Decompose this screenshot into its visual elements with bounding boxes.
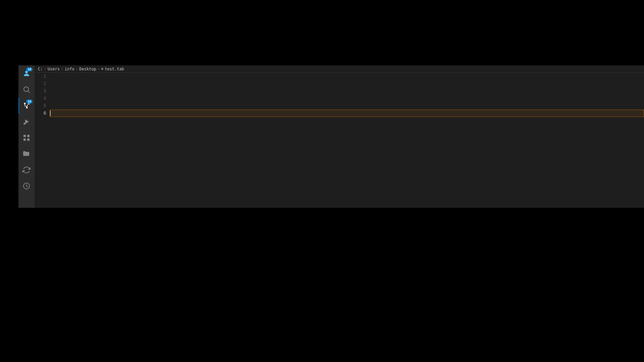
explorer-icon[interactable]: [18, 146, 35, 162]
source-control-icon[interactable]: 10: [18, 98, 35, 114]
code-line-1: [50, 73, 644, 80]
avatar-icon[interactable]: 10: [18, 65, 35, 81]
vscode-window: 10 10: [18, 65, 644, 208]
timeline-icon[interactable]: [18, 178, 35, 194]
breadcrumb-users[interactable]: Users: [48, 67, 60, 71]
breadcrumb-file[interactable]: ≡ test.tab: [101, 67, 124, 71]
line-num-3: 3: [35, 87, 46, 95]
line-num-2: 2: [35, 80, 46, 87]
breadcrumb: C: › Users › info › Desktop › ≡ test.tab: [35, 65, 644, 73]
avatar-badge: 10: [26, 67, 33, 71]
text-cursor: [50, 111, 51, 116]
breadcrumb-info[interactable]: info: [65, 67, 74, 71]
svg-marker-6: [25, 119, 29, 124]
top-black-area: [0, 0, 644, 65]
search-icon[interactable]: [18, 81, 35, 98]
code-content[interactable]: [50, 73, 644, 208]
code-line-4: [50, 95, 644, 102]
code-line-6-active: [50, 110, 644, 117]
scm-badge: 10: [26, 100, 33, 104]
code-line-3: [50, 87, 644, 95]
editor-area: C: › Users › info › Desktop › ≡ test.tab…: [35, 65, 644, 208]
refresh-icon[interactable]: [18, 162, 35, 178]
svg-rect-10: [23, 138, 26, 141]
line-num-6: 6: [35, 110, 46, 117]
code-line-2: [50, 80, 644, 87]
svg-point-3: [24, 103, 26, 105]
svg-rect-11: [27, 138, 30, 141]
code-line-5: [50, 102, 644, 110]
svg-point-7: [23, 123, 25, 125]
breadcrumb-sep-2: ›: [61, 67, 63, 71]
left-black-area: [0, 65, 18, 208]
breadcrumb-drive[interactable]: C:: [38, 67, 43, 71]
activity-bar: 10 10: [18, 65, 35, 208]
file-icon: ≡: [101, 67, 104, 71]
line-num-4: 4: [35, 95, 46, 102]
breadcrumb-sep-1: ›: [44, 67, 46, 71]
svg-point-1: [24, 87, 29, 92]
breadcrumb-sep-3: ›: [76, 67, 78, 71]
line-num-5: 5: [35, 102, 46, 110]
breadcrumb-filename: test.tab: [105, 67, 124, 71]
svg-rect-8: [23, 135, 26, 137]
line-numbers: 1 2 3 4 5 6: [35, 73, 50, 208]
extensions-icon[interactable]: [18, 130, 35, 146]
breadcrumb-desktop[interactable]: Desktop: [79, 67, 96, 71]
bottom-black-area: [0, 208, 644, 362]
run-debug-icon[interactable]: [18, 114, 35, 130]
svg-point-5: [26, 107, 28, 109]
svg-rect-9: [27, 135, 30, 137]
breadcrumb-sep-4: ›: [98, 67, 100, 71]
code-editor[interactable]: 1 2 3 4 5 6: [35, 73, 644, 208]
line-num-1: 1: [35, 73, 46, 80]
svg-line-2: [28, 91, 30, 93]
